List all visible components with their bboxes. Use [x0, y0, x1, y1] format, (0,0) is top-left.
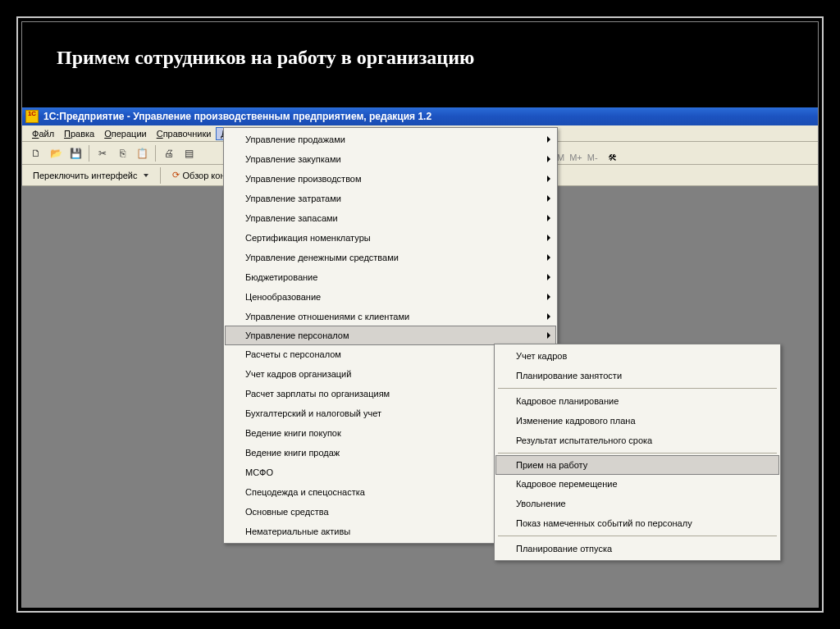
titlebar: 1С 1С:Предприятие - Управление производс…	[22, 107, 818, 125]
submenu-arrow-icon	[547, 313, 550, 320]
overview-button[interactable]: ⟳ Обзор кон	[167, 167, 231, 183]
submenu-item-label: Увольнение	[516, 499, 566, 508]
submenu-item-label: Учет кадров	[516, 351, 567, 361]
chevron-down-icon	[144, 174, 148, 177]
documents-menu-item[interactable]: Ценообразование	[226, 287, 555, 307]
memory-buttons-group: M M+ M- 🛠	[555, 148, 617, 166]
submenu-item-label: Прием на работу	[516, 460, 587, 470]
menu-операции[interactable]: Операции	[99, 127, 151, 140]
menu-separator	[498, 536, 777, 536]
submenu-arrow-icon	[547, 195, 550, 202]
paste-icon[interactable]: 📋	[133, 144, 151, 162]
submenu-item-label: Кадровое планирование	[516, 396, 619, 406]
switch-interface-button[interactable]: Переключить интерфейс	[27, 168, 154, 183]
copy-icon[interactable]: ⎘	[113, 144, 131, 162]
app-logo-icon: 1С	[25, 110, 39, 123]
submenu-arrow-icon	[547, 254, 550, 261]
toolbar-separator	[89, 145, 89, 162]
cut-icon[interactable]: ✂	[94, 144, 112, 162]
menu-item-label: Управление персоналом	[245, 330, 349, 340]
menu-item-label: МСФО	[245, 467, 273, 477]
documents-menu-item[interactable]: Управление персоналом	[225, 326, 556, 345]
menu-separator	[498, 453, 777, 454]
submenu-item[interactable]: Показ намеченных событий по персоналу	[496, 513, 778, 533]
menu-separator	[498, 388, 777, 389]
menu-item-label: Ценообразование	[245, 292, 321, 302]
submenu-item[interactable]: Планирование отпуска	[496, 539, 778, 558]
submenu-item-label: Кадровое перемещение	[516, 479, 618, 489]
submenu-arrow-icon	[547, 235, 550, 241]
menu-item-label: Расчет зарплаты по организациям	[245, 389, 390, 399]
print-icon[interactable]: 🖨	[160, 144, 178, 162]
menu-item-label: Управление затратами	[245, 194, 341, 203]
documents-menu-item[interactable]: Управление закупками	[226, 149, 555, 169]
submenu-arrow-icon	[547, 175, 550, 182]
submenu-arrow-icon	[547, 156, 550, 162]
documents-menu-item[interactable]: Управление денежными средствами	[226, 248, 555, 267]
documents-menu-item[interactable]: Управление затратами	[226, 189, 555, 208]
submenu-arrow-icon	[547, 332, 550, 339]
switch-interface-label: Переключить интерфейс	[33, 171, 138, 180]
menu-item-label: Сертификация номенклатуры	[245, 233, 371, 243]
refresh-icon: ⟳	[172, 170, 180, 180]
menu-item-label: Учет кадров организаций	[245, 369, 351, 379]
documents-menu-item[interactable]: Управление производством	[226, 169, 555, 189]
menu-item-label: Управление запасами	[245, 213, 338, 223]
personnel-submenu: Учет кадровПланирование занятостиКадрово…	[494, 344, 781, 561]
slide-inner-frame: Примем сотрудников на работу в организац…	[21, 21, 819, 608]
overview-label: Обзор кон	[183, 171, 226, 180]
menu-item-label: Управление производством	[245, 174, 362, 184]
submenu-item[interactable]: Кадровое перемещение	[496, 474, 778, 494]
submenu-item[interactable]: Кадровое планирование	[496, 391, 778, 411]
submenu-item-label: Результат испытательного срока	[516, 435, 652, 445]
submenu-arrow-icon	[547, 215, 550, 221]
menu-файл[interactable]: Файл	[27, 127, 59, 140]
documents-menu-item[interactable]: Сертификация номенклатуры	[226, 228, 555, 248]
tools-icon[interactable]: 🛠	[608, 153, 617, 162]
menu-item-label: Управление закупками	[245, 154, 341, 164]
menu-item-label: Ведение книги покупок	[245, 428, 341, 438]
open-icon[interactable]: 📂	[47, 144, 65, 162]
m-minus-button[interactable]: M-	[586, 153, 600, 162]
documents-menu-item[interactable]: Управление запасами	[226, 208, 555, 228]
save-icon[interactable]: 💾	[66, 144, 84, 162]
submenu-item[interactable]: Результат испытательного срока	[496, 431, 778, 450]
toolbar-separator	[155, 145, 156, 162]
submenu-item-label: Планирование занятости	[516, 371, 622, 381]
menu-item-label: Спецодежда и спецоснастка	[245, 487, 365, 497]
documents-menu-item[interactable]: Управление продажами	[226, 130, 555, 149]
submenu-item-label: Планирование отпуска	[516, 544, 612, 554]
submenu-item-label: Изменение кадрового плана	[516, 416, 636, 426]
submenu-arrow-icon	[547, 294, 550, 300]
menu-item-label: Бухгалтерский и налоговый учет	[245, 408, 381, 418]
menu-item-label: Расчеты с персоналом	[245, 349, 341, 359]
menu-item-label: Ведение книги продаж	[245, 448, 340, 458]
submenu-arrow-icon	[547, 136, 550, 143]
submenu-item-label: Показ намеченных событий по персоналу	[516, 518, 692, 528]
submenu-item[interactable]: Прием на работу	[495, 455, 779, 475]
submenu-arrow-icon	[547, 274, 550, 280]
slide-outer-frame: Примем сотрудников на работу в организац…	[16, 16, 824, 613]
application-window: 1С 1С:Предприятие - Управление производс…	[22, 107, 818, 607]
menu-справочники[interactable]: Справочники	[152, 127, 217, 140]
work-area: M M+ M- 🛠 Управление продажамиУправление…	[22, 186, 818, 607]
documents-menu-item[interactable]: Бюджетирование	[226, 267, 555, 287]
submenu-item[interactable]: Увольнение	[496, 494, 778, 513]
submenu-item[interactable]: Планирование занятости	[496, 366, 778, 385]
m-plus-button[interactable]: M+	[568, 153, 584, 162]
menu-item-label: Управление отношениями с клиентами	[245, 312, 409, 321]
titlebar-text: 1С:Предприятие - Управление производстве…	[43, 111, 431, 122]
menu-item-label: Управление денежными средствами	[245, 253, 399, 262]
slide-title: Примем сотрудников на работу в организац…	[57, 47, 474, 69]
menu-item-label: Управление продажами	[245, 134, 345, 144]
submenu-item[interactable]: Изменение кадрового плана	[496, 411, 778, 431]
documents-menu-item[interactable]: Управление отношениями с клиентами	[226, 307, 555, 326]
menu-item-label: Бюджетирование	[245, 272, 317, 282]
menu-item-label: Нематериальные активы	[245, 526, 350, 536]
preview-icon[interactable]: ▤	[180, 144, 198, 162]
menu-item-label: Основные средства	[245, 507, 329, 517]
submenu-item[interactable]: Учет кадров	[496, 346, 778, 366]
new-icon[interactable]: 🗋	[27, 144, 45, 162]
toolbar-separator	[160, 167, 161, 184]
menu-правка[interactable]: Правка	[59, 127, 99, 140]
